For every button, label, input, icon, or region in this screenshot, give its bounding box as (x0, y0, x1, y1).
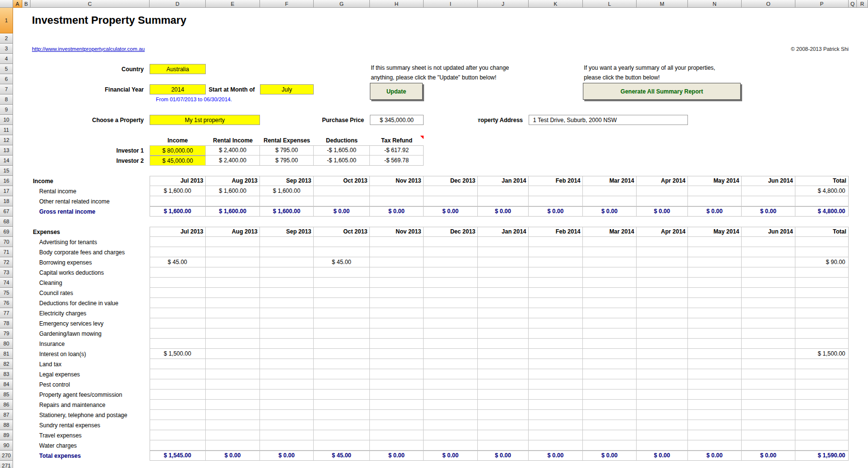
cell-L67[interactable]: $ 0.00 (583, 206, 637, 217)
cell-L79[interactable] (583, 328, 637, 339)
country-input[interactable]: Australia (150, 64, 206, 74)
cell-I70[interactable] (424, 237, 478, 247)
cell-L73[interactable] (583, 267, 637, 278)
cell-I67[interactable]: $ 0.00 (424, 206, 478, 217)
cell-I73[interactable] (424, 267, 478, 278)
cell-D90[interactable] (150, 440, 206, 451)
col-header-D[interactable]: D (150, 0, 206, 8)
cell-E18[interactable] (206, 196, 260, 206)
cell-I18[interactable] (424, 196, 478, 206)
row-header-11[interactable]: 11 (0, 125, 13, 135)
cell-D79[interactable] (150, 328, 206, 339)
cell-D75[interactable] (150, 288, 206, 298)
row-header-1[interactable]: 1 (0, 8, 13, 33)
row-header-70[interactable]: 70 (0, 237, 13, 247)
cell-H73[interactable] (370, 267, 424, 278)
cell-E79[interactable] (206, 328, 260, 339)
cell-E88[interactable] (206, 420, 260, 430)
cell-G82[interactable] (314, 359, 370, 369)
cell-E73[interactable] (206, 267, 260, 278)
cell-D82[interactable] (150, 359, 206, 369)
financial-year-input[interactable]: 2014 (150, 84, 206, 94)
col-header-Q[interactable]: Q (849, 0, 857, 8)
cell-K77[interactable] (529, 308, 583, 318)
cell-N70[interactable] (688, 237, 742, 247)
cell-O84[interactable] (742, 379, 795, 390)
cell-D14[interactable]: $ 45,000.00 (150, 156, 206, 166)
row-header-83[interactable]: 83 (0, 369, 13, 379)
cell-J72[interactable] (478, 257, 529, 267)
cell-J78[interactable] (478, 318, 529, 328)
cell-O88[interactable] (742, 420, 795, 430)
cell-G18[interactable] (314, 196, 370, 206)
cell-H72[interactable] (370, 257, 424, 267)
cell-J84[interactable] (478, 379, 529, 390)
cell-L70[interactable] (583, 237, 637, 247)
cell-K70[interactable] (529, 237, 583, 247)
cell-H77[interactable] (370, 308, 424, 318)
cell-F79[interactable] (260, 328, 314, 339)
cell-I74[interactable] (424, 278, 478, 288)
row-header-14[interactable]: 14 (0, 156, 13, 166)
cell-N82[interactable] (688, 359, 742, 369)
cell-L84[interactable] (583, 379, 637, 390)
cell-D78[interactable] (150, 318, 206, 328)
cell-H87[interactable] (370, 410, 424, 420)
cell-D77[interactable] (150, 308, 206, 318)
cell-E87[interactable] (206, 410, 260, 420)
cell-I72[interactable] (424, 257, 478, 267)
select-all-corner[interactable] (0, 0, 13, 8)
cell-P70[interactable] (795, 237, 849, 247)
property-address-value[interactable]: 1 Test Drive, Suburb, 2000 NSW (529, 115, 688, 125)
cell-E81[interactable] (206, 349, 260, 359)
cell-K78[interactable] (529, 318, 583, 328)
cell-G80[interactable] (314, 339, 370, 349)
cell-M18[interactable] (637, 196, 688, 206)
cell-K67[interactable]: $ 0.00 (529, 206, 583, 217)
cell-D88[interactable] (150, 420, 206, 430)
cell-F77[interactable] (260, 308, 314, 318)
cell-K89[interactable] (529, 430, 583, 440)
cell-G86[interactable] (314, 400, 370, 410)
cell-H78[interactable] (370, 318, 424, 328)
cell-O82[interactable] (742, 359, 795, 369)
cell-O89[interactable] (742, 430, 795, 440)
row-header-81[interactable]: 81 (0, 349, 13, 359)
cell-N77[interactable] (688, 308, 742, 318)
cell-N88[interactable] (688, 420, 742, 430)
row-header-84[interactable]: 84 (0, 379, 13, 390)
cell-N18[interactable] (688, 196, 742, 206)
cell-P87[interactable] (795, 410, 849, 420)
cell-J67[interactable]: $ 0.00 (478, 206, 529, 217)
cell-J82[interactable] (478, 359, 529, 369)
row-header-87[interactable]: 87 (0, 410, 13, 420)
cell-F13[interactable]: $ 795.00 (260, 145, 314, 156)
cell-G67[interactable]: $ 0.00 (314, 206, 370, 217)
cell-J85[interactable] (478, 390, 529, 400)
cell-N67[interactable]: $ 0.00 (688, 206, 742, 217)
cell-P74[interactable] (795, 278, 849, 288)
cell-I88[interactable] (424, 420, 478, 430)
cell-I71[interactable] (424, 247, 478, 257)
row-header-8[interactable]: 8 (0, 94, 13, 105)
cell-E13[interactable]: $ 2,400.00 (206, 145, 260, 156)
cell-J88[interactable] (478, 420, 529, 430)
cell-G74[interactable] (314, 278, 370, 288)
cell-D81[interactable]: $ 1,500.00 (150, 349, 206, 359)
row-header-85[interactable]: 85 (0, 390, 13, 400)
cell-E76[interactable] (206, 298, 260, 308)
cell-E85[interactable] (206, 390, 260, 400)
col-header-M[interactable]: M (637, 0, 688, 8)
cell-L17[interactable] (583, 186, 637, 196)
cell-P86[interactable] (795, 400, 849, 410)
cell-D71[interactable] (150, 247, 206, 257)
cell-I81[interactable] (424, 349, 478, 359)
cell-O76[interactable] (742, 298, 795, 308)
cell-J87[interactable] (478, 410, 529, 420)
cell-K83[interactable] (529, 369, 583, 379)
cell-K86[interactable] (529, 400, 583, 410)
cell-M74[interactable] (637, 278, 688, 288)
cell-K90[interactable] (529, 440, 583, 451)
row-header-9[interactable]: 9 (0, 105, 13, 115)
row-header-90[interactable]: 90 (0, 440, 13, 451)
